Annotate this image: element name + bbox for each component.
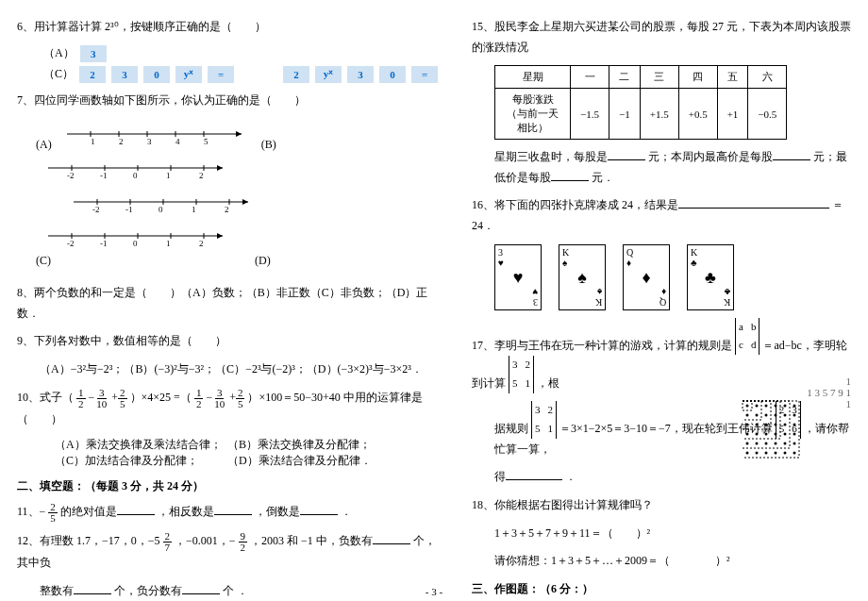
calc-key: 2 [79,66,106,83]
calc-key: 0 [143,66,170,83]
svg-point-54 [746,414,749,417]
svg-point-70 [784,433,787,436]
text: 元；本周内最高价是每股 [648,150,773,163]
opt: （C）加法结合律及分配律； [55,453,225,469]
svg-point-75 [775,442,777,445]
svg-marker-1 [236,131,242,137]
svg-point-73 [756,442,759,445]
fraction: 25 [236,388,245,409]
label-B: (B) [261,138,276,151]
cell: 二 [609,66,640,89]
q18b: 请你猜想：1＋3＋5＋…＋2009＝（ ）² [494,551,851,572]
card-icon: Q♦♦Q♦ [623,244,670,310]
svg-text:2: 2 [119,137,124,146]
cell: 一 [571,66,609,89]
label-C: (C) [36,254,51,267]
svg-point-51 [775,405,777,408]
page-number: - 3 - [426,586,442,597]
svg-point-65 [793,424,796,426]
q15: 15、股民李金上星期六买进某公司的股票，每股 27 元，下表为本周内该股票的涨跌… [472,17,851,58]
cell: 每股涨跌（与前一天相比） [495,89,571,140]
opt: （B）乘法交换律及分配律； [227,437,397,453]
fraction: 12 [194,388,204,409]
svg-marker-37 [217,233,223,239]
svg-text:-1: -1 [100,171,108,180]
text: ，−0.001，− [175,534,236,547]
cell: 星期 [495,66,571,89]
svg-point-58 [784,414,787,417]
number-line-icon: -2-1012 [69,188,258,216]
card-icon: K♠♠K♠ [559,244,606,310]
fraction: 25 [48,502,58,524]
playing-cards: 3♥♥3♥ K♠♠K♠ Q♦♦Q♦ K♣♣K♣ [494,244,851,310]
svg-point-59 [793,414,796,417]
svg-point-81 [775,452,777,455]
opt: （D）乘法结合律及分配律． [227,453,397,469]
q8: 8、两个负数的和一定是（ ）（A）负数；（B）非正数（C）非负数；（D）正数． [17,283,438,324]
blank [214,502,252,515]
q18: 18、你能根据右图得出计算规律吗？ [472,495,851,516]
svg-text:1: 1 [192,205,196,214]
blank [300,502,338,515]
text: 16、将下面的四张扑克牌凑成 24，结果是 [472,198,678,211]
svg-text:3: 3 [147,137,152,146]
text: 11、− [17,505,45,518]
table-row: 星期 一 二 三 四 五 六 [495,66,787,89]
label-D: (D) [255,254,271,267]
svg-point-61 [756,424,759,426]
q10-options: （A）乘法交换律及乘法结合律； （B）乘法交换律及分配律； （C）加法结合律及分… [55,437,438,469]
svg-text:2: 2 [199,239,204,248]
svg-point-52 [784,405,787,408]
text: 据规则 [494,422,528,435]
svg-text:2: 2 [199,171,204,180]
calc-key: yˣ [315,66,342,83]
label-A: (A) [36,138,52,151]
text: 10、式子（ [17,391,74,404]
q6-option-a-row: （A） 3 [43,45,438,62]
text: 个 ． [223,584,248,597]
section-3-title: 三、作图题：（6 分：） [472,581,851,597]
number-line-icon: -2-1012 [43,154,232,182]
text: 个，负分数有 [114,584,182,597]
table-row: 每股涨跌（与前一天相比） −1.5 −1 +1.5 +0.5 +1 −0.5 [495,89,787,140]
svg-point-72 [746,442,749,445]
svg-text:-1: -1 [100,239,108,248]
svg-text:2: 2 [225,205,229,214]
number-line-icon: 12345 [62,120,251,148]
text: ）×4×25 =（ [130,391,192,404]
cell: −1 [609,89,640,140]
cell: −1.5 [571,89,609,140]
svg-text:1: 1 [91,137,95,146]
calc-key: 2 [283,66,309,83]
fraction: 310 [212,388,226,409]
svg-point-68 [765,433,768,436]
cell: 四 [678,66,717,89]
q6: 6、用计算器计算 2³⁰，按键顺序正确的是（ ） [17,17,438,38]
text: 12、有理数 1.7，−17，0，−5 [17,534,160,547]
svg-point-71 [793,433,796,436]
svg-point-74 [765,442,768,445]
cell: +0.5 [678,89,717,140]
blank [373,531,410,544]
left-column: 6、用计算器计算 2³⁰，按键顺序正确的是（ ） （A） 3 （C） 2 3 0… [0,0,455,601]
q18a: 1＋3＋5＋7＋9＋11＝（ ）² [494,524,851,544]
dot-pattern-icon [738,396,851,476]
text: ，相反数是 [158,505,214,518]
text: ，2003 和 −1 中，负数有 [250,534,373,547]
svg-text:4: 4 [175,137,180,146]
determinant-icon: 3251 [531,401,557,439]
svg-point-76 [784,442,787,445]
number-line-icon: -2-1012 [43,222,232,250]
text: 元． [592,171,614,184]
blank [608,147,645,160]
stock-table: 星期 一 二 三 四 五 六 每股涨跌（与前一天相比） −1.5 −1 +1.5… [494,65,787,140]
text: 星期三收盘时，每股是 [494,150,608,163]
q6-option-c-row: （C） 2 3 0 yˣ = 2 yˣ 3 0 = [43,66,438,83]
blank [506,467,562,480]
svg-point-80 [765,452,768,455]
q15-blanks: 星期三收盘时，每股是 元；本周内最高价是每股 元；最低价是每股 元． [494,147,851,188]
svg-point-78 [746,452,749,455]
blank [182,581,220,594]
calc-key: yˣ [175,66,202,83]
svg-point-62 [765,424,768,426]
